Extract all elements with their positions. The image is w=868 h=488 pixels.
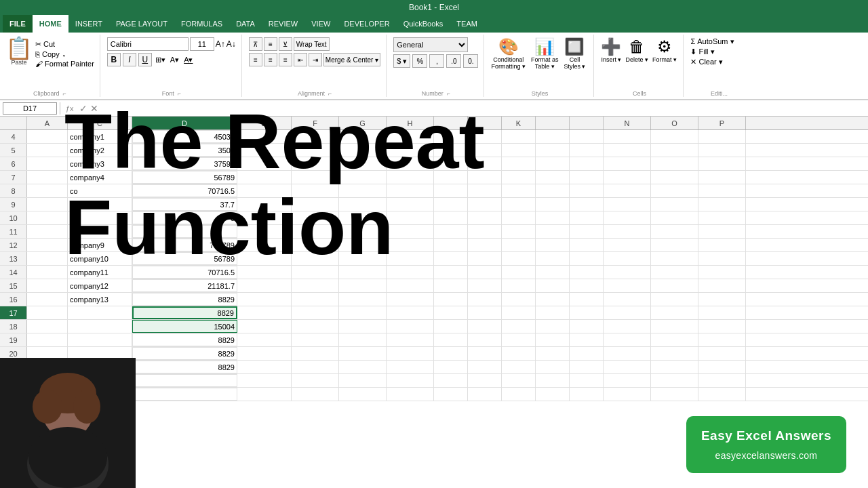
- cell[interactable]: [237, 239, 292, 251]
- cell[interactable]: [604, 184, 651, 197]
- cell[interactable]: [27, 211, 68, 224]
- col-header-k[interactable]: K: [502, 117, 536, 129]
- tab-insert[interactable]: INSERT: [68, 15, 109, 33]
- cell[interactable]: [604, 130, 651, 143]
- cell[interactable]: [536, 266, 570, 279]
- cell[interactable]: [604, 279, 651, 292]
- cell[interactable]: [502, 320, 536, 333]
- cell[interactable]: [536, 374, 570, 387]
- cell[interactable]: [570, 333, 604, 346]
- row-number[interactable]: 16: [0, 293, 27, 306]
- cell[interactable]: [387, 306, 434, 319]
- cell[interactable]: [570, 211, 604, 224]
- cell[interactable]: [434, 130, 468, 143]
- cell[interactable]: [68, 211, 132, 224]
- cell[interactable]: [468, 144, 502, 157]
- cell[interactable]: [604, 252, 651, 265]
- align-bottom-button[interactable]: ⊻: [279, 37, 292, 51]
- cell[interactable]: [27, 320, 68, 333]
- cell[interactable]: [468, 184, 502, 197]
- cell[interactable]: [292, 374, 339, 387]
- col-header-d[interactable]: D: [132, 117, 237, 129]
- cell[interactable]: [339, 320, 387, 333]
- cell[interactable]: [698, 252, 746, 265]
- cell[interactable]: [604, 211, 651, 224]
- cell[interactable]: [339, 374, 387, 387]
- cell[interactable]: [651, 157, 698, 170]
- cell[interactable]: [651, 144, 698, 157]
- tab-team[interactable]: TEAM: [450, 15, 484, 33]
- cell[interactable]: [237, 279, 292, 292]
- cell[interactable]: [339, 157, 387, 170]
- cell[interactable]: [339, 347, 387, 360]
- cell[interactable]: [434, 184, 468, 197]
- cell[interactable]: [536, 198, 570, 211]
- cell[interactable]: [651, 211, 698, 224]
- cell[interactable]: [651, 388, 698, 401]
- cell[interactable]: [698, 157, 746, 170]
- cell[interactable]: [604, 306, 651, 319]
- cell[interactable]: [502, 266, 536, 279]
- cell[interactable]: [27, 239, 68, 251]
- cell[interactable]: [434, 293, 468, 306]
- cell[interactable]: [604, 157, 651, 170]
- cell[interactable]: [339, 388, 387, 401]
- cell[interactable]: [434, 361, 468, 373]
- cell[interactable]: [536, 225, 570, 238]
- cell[interactable]: 745789: [132, 239, 237, 251]
- cell[interactable]: [468, 239, 502, 251]
- cell[interactable]: [698, 184, 746, 197]
- cell[interactable]: [570, 293, 604, 306]
- cell[interactable]: [698, 266, 746, 279]
- format-cells-label[interactable]: Format ▾: [652, 56, 677, 63]
- cell[interactable]: [502, 184, 536, 197]
- align-left-button[interactable]: ≡: [249, 53, 262, 66]
- cell[interactable]: [651, 225, 698, 238]
- col-header-g[interactable]: G: [339, 117, 387, 129]
- cell[interactable]: [237, 198, 292, 211]
- cell[interactable]: [604, 347, 651, 360]
- cut-button[interactable]: ✂ Cut: [35, 40, 94, 49]
- cell[interactable]: [339, 279, 387, 292]
- comma-button[interactable]: ,: [429, 54, 444, 68]
- cell[interactable]: 0: [132, 211, 237, 224]
- align-right-button[interactable]: ≡: [279, 53, 292, 66]
- cell[interactable]: [468, 171, 502, 184]
- formula-cancel-button[interactable]: ✕: [90, 103, 98, 114]
- cell[interactable]: [468, 157, 502, 170]
- cell[interactable]: [604, 171, 651, 184]
- cell[interactable]: [387, 266, 434, 279]
- cell[interactable]: [536, 347, 570, 360]
- cell[interactable]: company2: [68, 144, 132, 157]
- cell[interactable]: [434, 279, 468, 292]
- cell[interactable]: [387, 198, 434, 211]
- cell[interactable]: [604, 239, 651, 251]
- cell[interactable]: [468, 333, 502, 346]
- paste-button[interactable]: 📋: [5, 37, 33, 59]
- cell[interactable]: [536, 184, 570, 197]
- cell[interactable]: [434, 388, 468, 401]
- cell[interactable]: 56789: [132, 171, 237, 184]
- cell[interactable]: 3500: [132, 144, 237, 157]
- cell[interactable]: [292, 157, 339, 170]
- cell[interactable]: [570, 361, 604, 373]
- cell[interactable]: [698, 239, 746, 251]
- cell[interactable]: [604, 266, 651, 279]
- cell[interactable]: [292, 388, 339, 401]
- cell[interactable]: [27, 225, 68, 238]
- cell[interactable]: [387, 347, 434, 360]
- cell[interactable]: [468, 225, 502, 238]
- function-button[interactable]: ƒx: [63, 104, 77, 113]
- cell[interactable]: [502, 198, 536, 211]
- col-header-h[interactable]: H: [387, 117, 434, 129]
- delete-cells-label[interactable]: Delete ▾: [625, 56, 648, 63]
- cell[interactable]: [387, 130, 434, 143]
- align-middle-button[interactable]: ≡: [264, 37, 277, 51]
- cell[interactable]: [698, 279, 746, 292]
- col-header-e[interactable]: E: [237, 117, 292, 129]
- cell[interactable]: [502, 279, 536, 292]
- cell[interactable]: ny6: [68, 198, 132, 211]
- cell[interactable]: [570, 144, 604, 157]
- cell[interactable]: [387, 333, 434, 346]
- cell[interactable]: [536, 252, 570, 265]
